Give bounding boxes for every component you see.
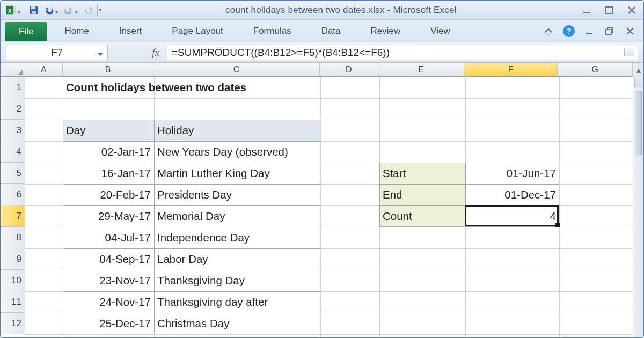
row-header-9[interactable]: 9 <box>1 248 25 270</box>
close-icon[interactable] <box>625 4 638 17</box>
svg-rect-6 <box>31 6 35 9</box>
formula-text: =SUMPRODUCT((B4:B12>=F5)*(B4:B12<=F6)) <box>172 47 390 58</box>
file-tab[interactable]: File <box>5 22 47 41</box>
minimize-icon[interactable] <box>580 4 593 17</box>
select-all-button[interactable] <box>1 63 25 77</box>
label-start[interactable]: Start <box>379 163 465 184</box>
file-tab-label: File <box>19 26 33 37</box>
maximize-icon[interactable] <box>603 4 616 17</box>
tab-page-layout[interactable]: Page Layout <box>157 20 238 42</box>
scroll-up-icon[interactable]: ▴ <box>633 63 643 77</box>
table-cell-holiday[interactable]: Martin Luther King Day <box>154 163 320 184</box>
column-headers[interactable]: ABCDEFG <box>25 63 633 77</box>
svg-rect-8 <box>583 12 590 13</box>
quick-access-toolbar: X ▼ ▼ ▼ ▾ <box>4 3 102 18</box>
vertical-scrollbar[interactable]: ▴ <box>633 63 643 338</box>
fx-label[interactable]: fx <box>108 42 167 62</box>
name-box-value: F7 <box>6 47 107 58</box>
table-cell-holiday[interactable]: Thanksgiving day after <box>154 291 320 313</box>
table-cell-holiday[interactable]: Thanksgiving Day <box>154 270 320 291</box>
tab-data[interactable]: Data <box>306 20 356 42</box>
svg-rect-7 <box>32 11 36 13</box>
label-count[interactable]: Count <box>379 205 465 227</box>
active-cell-indicator <box>465 205 559 226</box>
qat-separator-2 <box>97 4 98 16</box>
table-cell-day[interactable]: 24-Nov-17 <box>63 291 154 313</box>
row-header-2[interactable]: 2 <box>1 98 25 120</box>
table-cell-day[interactable]: 23-Nov-17 <box>63 270 154 291</box>
row-header-12[interactable]: 12 <box>1 313 25 334</box>
table-cell-day[interactable]: 04-Jul-17 <box>63 227 154 248</box>
table-cell-holiday[interactable]: Memorial Day <box>154 205 320 227</box>
value-end[interactable]: 01-Dec-17 <box>465 184 559 205</box>
table-header-day[interactable]: Day <box>63 120 154 141</box>
name-box[interactable]: F7 <box>6 45 108 60</box>
col-header-C[interactable]: C <box>153 63 319 76</box>
window-title: count holidays between two dates.xlsx - … <box>102 5 580 16</box>
label-end[interactable]: End <box>379 184 465 205</box>
customize-qat-dropdown-icon[interactable]: ▾ <box>99 6 102 13</box>
row-header-4[interactable]: 4 <box>1 141 25 163</box>
row-header-3[interactable]: 3 <box>1 120 25 141</box>
split-handle[interactable] <box>634 77 642 87</box>
tab-view[interactable]: View <box>415 20 465 42</box>
table-cell-holiday[interactable]: Presidents Day <box>154 184 320 205</box>
row-header-8[interactable]: 8 <box>1 227 25 248</box>
table-cell-day[interactable]: 29-May-17 <box>63 205 154 227</box>
table-header-holiday[interactable]: Holiday <box>154 120 320 141</box>
table-cell-day[interactable]: 04-Sep-17 <box>63 248 154 270</box>
tab-insert[interactable]: Insert <box>104 20 157 42</box>
workbook-restore-icon[interactable] <box>603 24 617 38</box>
row-header-6[interactable]: 6 <box>1 184 25 205</box>
page-title[interactable]: Count holidays between two dates <box>63 77 465 98</box>
tab-home[interactable]: Home <box>49 20 104 42</box>
ribbon: File Home Insert Page Layout Formulas Da… <box>1 20 643 42</box>
table-cell-day[interactable]: 25-Dec-17 <box>63 313 154 334</box>
table-cell-day[interactable]: 02-Jan-17 <box>63 141 154 163</box>
col-header-E[interactable]: E <box>378 63 464 76</box>
cell-grid[interactable]: Count holidays between two datesDayHolid… <box>25 77 633 338</box>
table-cell-day[interactable]: 20-Feb-17 <box>63 184 154 205</box>
svg-rect-12 <box>606 30 611 34</box>
window-controls <box>580 4 638 17</box>
repeat-icon[interactable] <box>81 3 96 18</box>
col-header-G[interactable]: G <box>558 63 633 76</box>
table-cell-holiday[interactable]: Christmas Day <box>154 313 320 334</box>
value-start[interactable]: 01-Jun-17 <box>465 163 559 184</box>
workbook-minimize-icon[interactable] <box>582 24 596 38</box>
cells-layer: Count holidays between two datesDayHolid… <box>25 77 633 338</box>
row-header-10[interactable]: 10 <box>1 270 25 291</box>
col-header-B[interactable]: B <box>63 63 154 76</box>
help-icon[interactable]: ? <box>562 24 576 38</box>
redo-dropdown-icon[interactable]: ▼ <box>74 10 79 15</box>
row-header-7[interactable]: 7 <box>1 205 25 227</box>
scroll-thumb[interactable] <box>635 91 642 155</box>
undo-dropdown-icon[interactable]: ▼ <box>54 10 59 15</box>
formula-bar: F7 fx =SUMPRODUCT((B4:B12>=F5)*(B4:B12<=… <box>1 42 643 63</box>
col-header-D[interactable]: D <box>320 63 379 76</box>
qat-logo-dropdown-icon[interactable]: ▼ <box>17 10 21 15</box>
title-bar: X ▼ ▼ ▼ ▾ count holidays between two dat… <box>1 1 643 20</box>
ribbon-right-controls: ? <box>541 20 639 42</box>
tab-formulas[interactable]: Formulas <box>238 20 306 42</box>
row-header-5[interactable]: 5 <box>1 163 25 184</box>
row-header-1[interactable]: 1 <box>1 77 25 98</box>
workbook-close-icon[interactable] <box>623 24 637 38</box>
table-cell-holiday[interactable]: New Years Day (observed) <box>154 141 320 163</box>
table-cell-day[interactable]: 16-Jan-17 <box>63 163 154 184</box>
col-header-F[interactable]: F <box>464 63 558 76</box>
save-icon[interactable] <box>26 3 41 18</box>
col-header-A[interactable]: A <box>25 63 63 76</box>
row-header-11[interactable]: 11 <box>1 291 25 313</box>
row-headers[interactable]: 123456789101112 <box>1 77 25 334</box>
table-cell-holiday[interactable]: Labor Day <box>154 248 320 270</box>
ribbon-minimize-icon[interactable] <box>541 24 555 38</box>
svg-rect-10 <box>586 33 592 34</box>
table-cell-holiday[interactable]: Independence Day <box>154 227 320 248</box>
formula-input[interactable]: =SUMPRODUCT((B4:B12>=F5)*(B4:B12<=F6)) <box>167 45 638 60</box>
qat-separator <box>25 4 25 16</box>
svg-text:X: X <box>8 7 12 13</box>
svg-rect-9 <box>605 7 613 13</box>
tab-review[interactable]: Review <box>356 20 416 42</box>
worksheet: ABCDEFG 123456789101112 Count holidays b… <box>1 63 643 338</box>
